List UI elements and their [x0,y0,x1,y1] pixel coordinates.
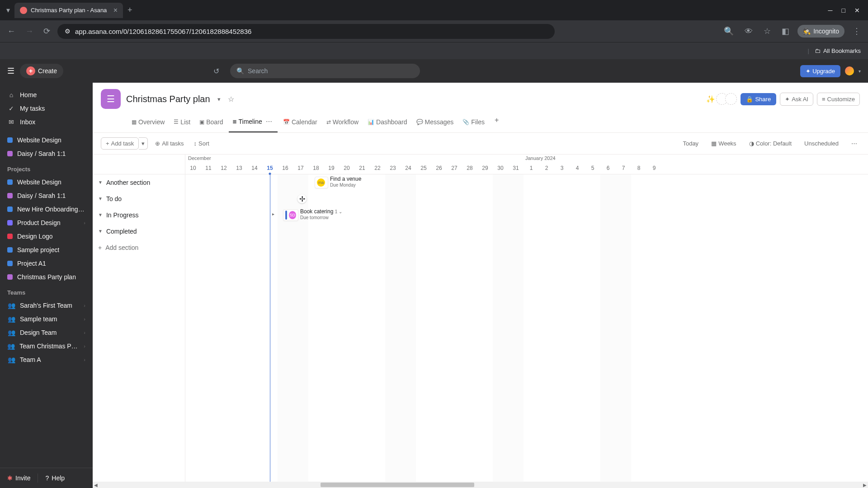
scroll-right-icon[interactable]: ▶ [862,483,868,488]
close-window-icon[interactable]: ✕ [854,7,860,14]
sidebar-team-item[interactable]: 👥 Design Team › [0,326,93,339]
collapse-icon[interactable]: ▼ [98,180,103,185]
share-button[interactable]: 🔒 Share [741,93,776,105]
sidebar-project-item[interactable]: New Hire Onboarding Ch... [0,202,93,216]
section-row[interactable]: ▼ In Progress [93,207,185,223]
filter-all-tasks[interactable]: ⊕ All tasks [152,138,186,149]
tab-workflow[interactable]: ⇄ Workflow [323,113,362,132]
unscheduled-button[interactable]: Unscheduled [802,138,841,149]
close-tab-icon[interactable]: × [113,6,118,14]
collapse-icon[interactable]: ▼ [98,196,103,201]
section-lane[interactable]: ma Find a venue Due Monday [185,174,868,191]
task-label[interactable]: Book catering 1 ⌄ Due tomorrow [300,208,342,220]
sidebar-project-item[interactable]: Project A1 [0,257,93,270]
upgrade-button[interactable]: ✦ Upgrade [800,65,840,77]
collapse-icon[interactable]: ▼ [98,229,103,234]
sidebar-nav-my-tasks[interactable]: ✓ My tasks [0,102,93,115]
sort-button[interactable]: ↕ Sort [191,138,212,149]
sidebar-project-item[interactable]: Sample project [0,243,93,257]
tab-more-icon[interactable]: ⋯ [264,116,274,127]
sidebar-project-item[interactable]: Daisy / Sarah 1:1 [0,189,93,202]
tab-overview[interactable]: ▦ Overview [128,113,168,132]
horizontal-scrollbar[interactable]: ◀ ▶ [93,482,868,488]
more-options-icon[interactable]: ⋯ [849,138,860,149]
section-lane[interactable]: ▸ SD Book catering 1 ⌄ Due tomorrow [185,207,868,223]
section-row[interactable]: ▼ Completed [93,223,185,239]
tab-calendar[interactable]: 📅 Calendar [279,113,321,132]
add-section-button[interactable]: + Add section [93,239,185,256]
tab-list[interactable]: ☰ List [170,113,194,132]
bookmark-star-icon[interactable]: ☆ [761,23,774,39]
sidebar-nav-inbox[interactable]: ✉ Inbox [0,115,93,129]
address-bar[interactable]: ⚙ app.asana.com/0/1206182861755067/12061… [57,24,555,39]
sidebar-team-item[interactable]: 👥 Team Christmas Party › [0,339,93,353]
sidebar-recent-item[interactable]: Website Design [0,133,93,147]
maximize-icon[interactable]: □ [842,7,845,14]
create-button[interactable]: + Create [20,64,63,78]
section-row[interactable]: ▼ Another section [93,174,185,191]
forward-button[interactable]: → [23,24,36,39]
customize-button[interactable]: ≡ Customize [817,93,860,106]
task-due: Due tomorrow [300,215,342,220]
project-menu-chevron[interactable]: ▾ [216,94,222,104]
collapse-icon[interactable]: ▼ [98,212,103,217]
help-button[interactable]: ? Help [45,474,65,482]
sidebar-team-item[interactable]: 👥 Sarah's First Team › [0,299,93,312]
star-icon[interactable]: ☆ [228,95,234,103]
browser-menu-icon[interactable]: ⋮ [850,23,863,39]
project-label: Sample project [17,246,59,253]
tab-dashboard[interactable]: 📊 Dashboard [364,113,411,132]
scroll-left-icon[interactable]: ◀ [93,483,99,488]
site-settings-icon[interactable]: ⚙ [65,28,71,35]
tab-files[interactable]: 📎 Files [459,113,488,132]
tab-timeline[interactable]: ≣ Timeline ⋯ [229,113,278,132]
invite-button[interactable]: ✱ Invite [7,474,30,482]
add-task-button[interactable]: + Add task [101,137,139,150]
new-tab-button[interactable]: + [123,4,137,17]
add-task-dropdown[interactable]: ▾ [139,137,148,150]
project-title[interactable]: Christmas Party plan [126,94,210,104]
add-task-cursor[interactable]: ✢ [297,194,307,203]
today-button[interactable]: Today [680,138,701,149]
member-avatars[interactable] [719,93,737,105]
tab-list-dropdown[interactable]: ▾ [4,3,13,17]
chevron-down-icon[interactable]: ▾ [859,69,861,74]
sidebar-project-item[interactable]: Design Logo [0,230,93,243]
month-label: December [188,155,211,161]
task-label[interactable]: Find a venue Due Monday [330,176,361,188]
browser-tab[interactable]: Christmas Party plan - Asana × [14,3,123,18]
search-input[interactable]: 🔍 Search [230,64,420,78]
reload-button[interactable]: ⟳ [41,23,53,39]
sidebar-project-item[interactable]: Christmas Party plan [0,270,93,284]
ask-ai-button[interactable]: ✦ Ask AI [780,93,813,106]
section-lane[interactable] [185,223,868,239]
history-icon[interactable]: ↺ [213,67,219,75]
sidebar-nav-home[interactable]: ⌂ Home [0,88,93,102]
incognito-badge[interactable]: 🕵 Incognito [797,25,844,38]
zoom-weeks[interactable]: ▦ Weeks [708,138,739,149]
task-bar[interactable]: SD [283,209,298,221]
tab-board[interactable]: ▣ Board [196,113,226,132]
sidebar-team-item[interactable]: 👥 Team A › [0,353,93,366]
section-row[interactable]: ▼ To do [93,191,185,207]
minimize-icon[interactable]: ─ [828,7,833,14]
sidebar-project-item[interactable]: Website Design [0,175,93,189]
tracking-icon[interactable]: 👁 [742,24,755,39]
section-lane[interactable] [185,191,868,207]
date-header: 24 [401,164,416,174]
date-header: 7 [616,164,631,174]
task-bar[interactable]: ma [315,177,328,188]
sidebar-recent-item[interactable]: Daisy / Sarah 1:1 [0,147,93,160]
menu-toggle-icon[interactable]: ☰ [7,66,14,76]
user-avatar[interactable] [844,66,855,76]
color-picker[interactable]: ◑ Color: Default [746,138,794,149]
sidebar-team-item[interactable]: 👥 Sample team › [0,312,93,326]
sidebar-project-item[interactable]: Product Design › [0,216,93,230]
tab-messages[interactable]: 💬 Messages [413,113,458,132]
all-bookmarks-button[interactable]: 🗀 All Bookmarks [815,47,861,54]
search-icon[interactable]: 🔍 [721,23,736,39]
ai-sparkle-icon[interactable]: ✨ [706,95,715,103]
side-panel-icon[interactable]: ◧ [779,23,792,39]
add-view-button[interactable]: + [490,113,503,132]
back-button[interactable]: ← [5,24,18,39]
